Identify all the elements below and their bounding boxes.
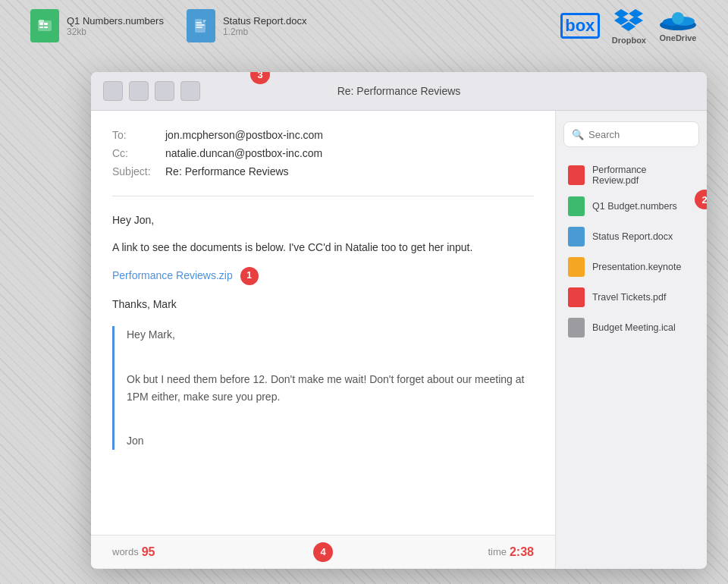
list-item-1[interactable]: Q1 Budget.numbers	[563, 191, 699, 221]
search-box[interactable]: 🔍	[563, 121, 699, 147]
file-item-docx[interactable]: Status Report.docx 1.2mb	[187, 9, 307, 42]
quote-greeting: Hey Mark,	[127, 326, 534, 343]
box-icon: box	[560, 13, 600, 39]
svg-rect-3	[39, 27, 43, 28]
file-info-docx: Status Report.docx 1.2mb	[223, 15, 307, 37]
quote-sign: Jon	[127, 432, 534, 449]
window-toolbar: Re: Performance Reviews	[91, 72, 707, 111]
meta-row-to: To: jon.mcpherson@postbox-inc.com	[112, 129, 534, 141]
onedrive-label: OneDrive	[660, 33, 697, 42]
list-item-4[interactable]: Travel Tickets.pdf	[563, 282, 699, 312]
email-content: Hey Jon, A link to see the documents is …	[112, 212, 534, 450]
footer-time-value: 2:38	[510, 545, 534, 559]
file-size-numbers: 32kb	[67, 27, 164, 37]
onedrive-logo[interactable]: OneDrive	[658, 10, 698, 42]
attachment-line: Performance Reviews.zip 1	[112, 267, 534, 285]
meta-row-cc: Cc: natalie.duncan@postbox-inc.com	[112, 147, 534, 159]
file-info-numbers: Q1 Numbers.numbers 32kb	[67, 15, 164, 37]
onedrive-icon	[658, 10, 698, 31]
file-list-name-3: Presentation.keynote	[592, 262, 681, 272]
file-name-numbers: Q1 Numbers.numbers	[67, 15, 164, 27]
subject-label: Subject:	[112, 165, 165, 177]
footer-time-label: time	[488, 546, 507, 557]
svg-rect-4	[44, 27, 48, 28]
footer-words-count: 95	[142, 545, 155, 559]
window-controls	[103, 81, 200, 101]
numbers-green-icon	[568, 196, 585, 216]
search-input[interactable]	[588, 129, 691, 140]
list-item-2[interactable]: Status Report.docx	[563, 221, 699, 252]
file-name-docx: Status Report.docx	[223, 15, 307, 27]
dropbox-icon	[614, 8, 643, 33]
email-body: To: jon.mcpherson@postbox-inc.com Cc: na…	[91, 111, 555, 568]
dropbox-logo[interactable]: Dropbox	[612, 8, 646, 45]
to-label: To:	[112, 129, 165, 141]
svg-rect-2	[44, 23, 48, 25]
box-logo[interactable]: box	[560, 13, 600, 39]
docx-file-icon	[187, 9, 215, 42]
window-btn-3[interactable]	[155, 81, 174, 101]
file-item-numbers[interactable]: Q1 Numbers.numbers 32kb	[30, 9, 164, 42]
window-btn-4[interactable]	[180, 81, 200, 101]
ical-gray-icon	[568, 318, 585, 338]
cc-label: Cc:	[112, 147, 165, 159]
svg-point-16	[672, 12, 684, 24]
body-greeting: Hey Jon,	[112, 212, 534, 228]
docx-blue-icon	[568, 227, 585, 246]
list-item-3[interactable]: Presentation.keynote	[563, 252, 699, 282]
list-item-0[interactable]: Performance Review.pdf	[563, 159, 699, 191]
badge-4: 4	[313, 542, 333, 562]
file-list-name-2: Status Report.docx	[592, 231, 673, 242]
footer-words-label: words	[112, 546, 139, 557]
file-list-name-5: Budget Meeting.ical	[592, 322, 676, 333]
file-list: Performance Review.pdf Q1 Budget.numbers…	[563, 159, 699, 343]
numbers-file-icon	[30, 9, 59, 42]
email-footer: words 95 4 time 2:38	[91, 535, 555, 568]
body-sign: Thanks, Mark	[112, 296, 534, 312]
pdf-red-icon	[568, 165, 585, 185]
meta-row-subject: Subject: Re: Performance Reviews	[112, 165, 534, 177]
to-value: jon.mcpherson@postbox-inc.com	[165, 129, 323, 141]
file-list-name-0: Performance Review.pdf	[592, 165, 695, 186]
dropbox-label: Dropbox	[612, 36, 646, 45]
svg-rect-1	[39, 23, 43, 25]
quote-body: Ok but I need them before 12. Don't make…	[127, 371, 534, 405]
svg-rect-5	[39, 20, 44, 23]
file-size-docx: 1.2mb	[223, 27, 307, 37]
file-list-name-1: Q1 Budget.numbers	[592, 201, 677, 212]
window-title: Re: Performance Reviews	[337, 85, 461, 97]
keynote-yellow-icon	[568, 257, 585, 277]
search-icon: 🔍	[572, 129, 584, 140]
cc-value: natalie.duncan@postbox-inc.com	[165, 147, 322, 159]
body-line1: A link to see the documents is below. I'…	[112, 239, 534, 256]
window-btn-2[interactable]	[129, 81, 149, 101]
email-window: 3 Re: Performance Reviews 2 To: jon.mcph…	[91, 72, 707, 569]
window-btn-1[interactable]	[103, 81, 123, 101]
attachment-link[interactable]: Performance Reviews.zip	[112, 269, 233, 281]
email-meta: To: jon.mcpherson@postbox-inc.com Cc: na…	[112, 129, 534, 196]
badge-1: 1	[240, 267, 259, 285]
file-list-name-4: Travel Tickets.pdf	[592, 292, 667, 303]
subject-value: Re: Performance Reviews	[165, 165, 289, 177]
cloud-services: box Dropbox OneDrive	[560, 8, 698, 45]
sidebar: 🔍 Performance Review.pdf Q1 Budget.numbe…	[555, 111, 707, 568]
list-item-5[interactable]: Budget Meeting.ical	[563, 312, 699, 343]
pdf-red2-icon	[568, 287, 585, 307]
content-area: To: jon.mcpherson@postbox-inc.com Cc: na…	[91, 111, 707, 568]
top-bar: Q1 Numbers.numbers 32kb Status Report.do…	[0, 0, 728, 52]
quoted-reply: Hey Mark, Ok but I need them before 12. …	[112, 326, 534, 449]
